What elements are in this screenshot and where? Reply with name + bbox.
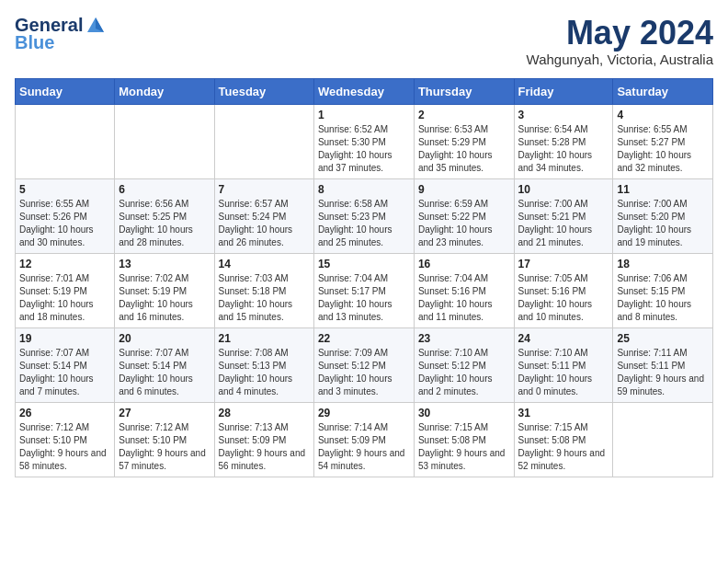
calendar-week-row: 12Sunrise: 7:01 AM Sunset: 5:19 PM Dayli… xyxy=(16,253,713,327)
calendar-week-row: 19Sunrise: 7:07 AM Sunset: 5:14 PM Dayli… xyxy=(16,327,713,402)
calendar-cell: 27Sunrise: 7:12 AM Sunset: 5:10 PM Dayli… xyxy=(115,402,214,477)
calendar-cell xyxy=(613,402,713,477)
calendar-cell xyxy=(214,104,313,178)
day-info: Sunrise: 7:08 AM Sunset: 5:13 PM Dayligh… xyxy=(219,347,310,398)
calendar-cell: 14Sunrise: 7:03 AM Sunset: 5:18 PM Dayli… xyxy=(214,253,313,327)
day-number: 15 xyxy=(318,258,410,270)
day-info: Sunrise: 7:07 AM Sunset: 5:14 PM Dayligh… xyxy=(119,347,210,398)
day-info: Sunrise: 7:04 AM Sunset: 5:16 PM Dayligh… xyxy=(418,272,510,324)
day-number: 5 xyxy=(19,183,110,196)
logo-blue: Blue xyxy=(15,32,54,53)
day-info: Sunrise: 7:09 AM Sunset: 5:12 PM Dayligh… xyxy=(318,347,410,398)
day-info: Sunrise: 6:52 AM Sunset: 5:30 PM Dayligh… xyxy=(318,123,410,175)
calendar-cell: 4Sunrise: 6:55 AM Sunset: 5:27 PM Daylig… xyxy=(613,104,713,178)
day-info: Sunrise: 6:53 AM Sunset: 5:29 PM Dayligh… xyxy=(418,123,510,175)
day-number: 4 xyxy=(617,109,709,121)
day-info: Sunrise: 7:04 AM Sunset: 5:17 PM Dayligh… xyxy=(318,272,410,324)
calendar-cell: 26Sunrise: 7:12 AM Sunset: 5:10 PM Dayli… xyxy=(16,402,115,477)
day-info: Sunrise: 7:03 AM Sunset: 5:18 PM Dayligh… xyxy=(219,272,310,324)
weekday-header: Sunday xyxy=(16,78,115,104)
calendar-cell: 18Sunrise: 7:06 AM Sunset: 5:15 PM Dayli… xyxy=(613,253,713,327)
calendar-cell: 19Sunrise: 7:07 AM Sunset: 5:14 PM Dayli… xyxy=(16,327,115,402)
day-info: Sunrise: 7:00 AM Sunset: 5:20 PM Dayligh… xyxy=(617,198,709,249)
logo-icon xyxy=(85,16,106,36)
day-info: Sunrise: 7:05 AM Sunset: 5:16 PM Dayligh… xyxy=(518,272,609,324)
calendar-cell: 20Sunrise: 7:07 AM Sunset: 5:14 PM Dayli… xyxy=(115,327,214,402)
day-info: Sunrise: 6:56 AM Sunset: 5:25 PM Dayligh… xyxy=(119,198,210,249)
calendar-cell: 6Sunrise: 6:56 AM Sunset: 5:25 PM Daylig… xyxy=(115,178,214,253)
weekday-header: Friday xyxy=(514,78,613,104)
calendar-cell: 2Sunrise: 6:53 AM Sunset: 5:29 PM Daylig… xyxy=(414,104,514,178)
calendar-cell: 30Sunrise: 7:15 AM Sunset: 5:08 PM Dayli… xyxy=(414,402,514,477)
location: Wahgunyah, Victoria, Australia xyxy=(527,52,713,67)
day-number: 22 xyxy=(318,332,410,345)
calendar-cell: 1Sunrise: 6:52 AM Sunset: 5:30 PM Daylig… xyxy=(313,104,414,178)
day-info: Sunrise: 7:01 AM Sunset: 5:19 PM Dayligh… xyxy=(19,272,110,324)
day-number: 13 xyxy=(119,258,210,270)
day-info: Sunrise: 7:02 AM Sunset: 5:19 PM Dayligh… xyxy=(119,272,210,324)
day-number: 2 xyxy=(418,109,510,121)
day-number: 14 xyxy=(219,258,310,270)
calendar-cell: 3Sunrise: 6:54 AM Sunset: 5:28 PM Daylig… xyxy=(514,104,613,178)
day-number: 30 xyxy=(418,407,510,419)
weekday-header: Saturday xyxy=(613,78,713,104)
day-info: Sunrise: 6:57 AM Sunset: 5:24 PM Dayligh… xyxy=(219,198,310,249)
calendar-cell: 25Sunrise: 7:11 AM Sunset: 5:11 PM Dayli… xyxy=(613,327,713,402)
day-info: Sunrise: 7:00 AM Sunset: 5:21 PM Dayligh… xyxy=(518,198,609,249)
day-info: Sunrise: 7:15 AM Sunset: 5:08 PM Dayligh… xyxy=(418,421,510,473)
calendar-header-row: SundayMondayTuesdayWednesdayThursdayFrid… xyxy=(16,78,713,104)
calendar-cell: 16Sunrise: 7:04 AM Sunset: 5:16 PM Dayli… xyxy=(414,253,514,327)
calendar-cell: 22Sunrise: 7:09 AM Sunset: 5:12 PM Dayli… xyxy=(313,327,414,402)
title-area: May 2024 Wahgunyah, Victoria, Australia xyxy=(527,15,713,67)
weekday-header: Tuesday xyxy=(214,78,313,104)
day-number: 23 xyxy=(418,332,510,345)
day-info: Sunrise: 6:55 AM Sunset: 5:27 PM Dayligh… xyxy=(617,123,709,175)
calendar-cell: 17Sunrise: 7:05 AM Sunset: 5:16 PM Dayli… xyxy=(514,253,613,327)
day-number: 7 xyxy=(219,183,310,196)
calendar-cell: 21Sunrise: 7:08 AM Sunset: 5:13 PM Dayli… xyxy=(214,327,313,402)
day-number: 19 xyxy=(19,332,110,345)
calendar-cell: 9Sunrise: 6:59 AM Sunset: 5:22 PM Daylig… xyxy=(414,178,514,253)
calendar-cell: 11Sunrise: 7:00 AM Sunset: 5:20 PM Dayli… xyxy=(613,178,713,253)
logo: General Blue xyxy=(15,15,107,53)
day-info: Sunrise: 7:12 AM Sunset: 5:10 PM Dayligh… xyxy=(119,421,210,473)
day-number: 20 xyxy=(119,332,210,345)
day-info: Sunrise: 6:58 AM Sunset: 5:23 PM Dayligh… xyxy=(318,198,410,249)
day-info: Sunrise: 7:10 AM Sunset: 5:12 PM Dayligh… xyxy=(418,347,510,398)
day-info: Sunrise: 6:54 AM Sunset: 5:28 PM Dayligh… xyxy=(518,123,609,175)
day-info: Sunrise: 7:07 AM Sunset: 5:14 PM Dayligh… xyxy=(19,347,110,398)
page-header: General Blue May 2024 Wahgunyah, Victori… xyxy=(15,15,713,67)
calendar-cell: 28Sunrise: 7:13 AM Sunset: 5:09 PM Dayli… xyxy=(214,402,313,477)
day-number: 3 xyxy=(518,109,609,121)
calendar-cell: 31Sunrise: 7:15 AM Sunset: 5:08 PM Dayli… xyxy=(514,402,613,477)
calendar-week-row: 5Sunrise: 6:55 AM Sunset: 5:26 PM Daylig… xyxy=(16,178,713,253)
day-info: Sunrise: 7:13 AM Sunset: 5:09 PM Dayligh… xyxy=(219,421,310,473)
weekday-header: Wednesday xyxy=(313,78,414,104)
calendar-cell: 7Sunrise: 6:57 AM Sunset: 5:24 PM Daylig… xyxy=(214,178,313,253)
day-info: Sunrise: 7:14 AM Sunset: 5:09 PM Dayligh… xyxy=(318,421,410,473)
calendar-cell: 24Sunrise: 7:10 AM Sunset: 5:11 PM Dayli… xyxy=(514,327,613,402)
weekday-header: Thursday xyxy=(414,78,514,104)
day-number: 27 xyxy=(119,407,210,419)
day-number: 8 xyxy=(318,183,410,196)
calendar-week-row: 1Sunrise: 6:52 AM Sunset: 5:30 PM Daylig… xyxy=(16,104,713,178)
calendar-cell xyxy=(16,104,115,178)
calendar-week-row: 26Sunrise: 7:12 AM Sunset: 5:10 PM Dayli… xyxy=(16,402,713,477)
day-number: 9 xyxy=(418,183,510,196)
day-number: 21 xyxy=(219,332,310,345)
day-number: 11 xyxy=(617,183,709,196)
day-number: 10 xyxy=(518,183,609,196)
day-info: Sunrise: 7:06 AM Sunset: 5:15 PM Dayligh… xyxy=(617,272,709,324)
day-number: 31 xyxy=(518,407,609,419)
day-number: 1 xyxy=(318,109,410,121)
calendar-cell: 5Sunrise: 6:55 AM Sunset: 5:26 PM Daylig… xyxy=(16,178,115,253)
day-info: Sunrise: 7:15 AM Sunset: 5:08 PM Dayligh… xyxy=(518,421,609,473)
calendar-cell: 23Sunrise: 7:10 AM Sunset: 5:12 PM Dayli… xyxy=(414,327,514,402)
day-number: 12 xyxy=(19,258,110,270)
calendar-cell: 8Sunrise: 6:58 AM Sunset: 5:23 PM Daylig… xyxy=(313,178,414,253)
day-info: Sunrise: 7:12 AM Sunset: 5:10 PM Dayligh… xyxy=(19,421,110,473)
day-number: 25 xyxy=(617,332,709,345)
day-number: 18 xyxy=(617,258,709,270)
month-title: May 2024 xyxy=(527,15,713,52)
day-number: 16 xyxy=(418,258,510,270)
